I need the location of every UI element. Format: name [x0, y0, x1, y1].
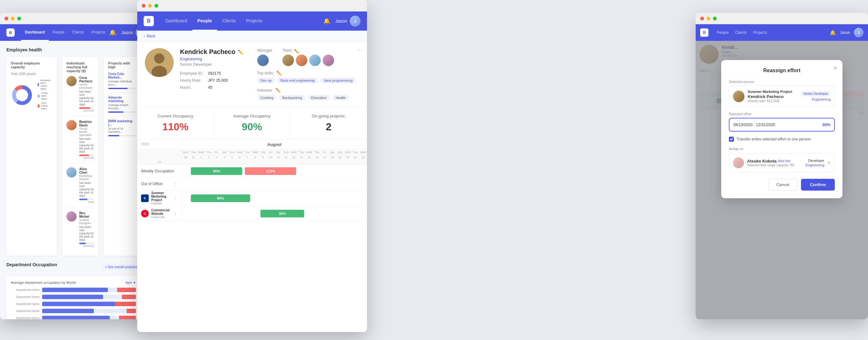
brand-logo[interactable]: B: [700, 28, 708, 37]
cal-day-dow: Tue: [298, 150, 305, 155]
project-client-text-2: Coca Cola: [151, 216, 171, 219]
legend-item-2: Under 80% effort: [38, 92, 52, 100]
edit-skills-icon[interactable]: ✏️: [276, 70, 282, 76]
bell-icon-win3[interactable]: 🔔: [830, 30, 836, 36]
dept-bar-label: Department Name: [11, 295, 39, 299]
proj-bar-fill: [108, 88, 128, 89]
dept-bar-blue: [42, 295, 103, 299]
checkmark-icon: [730, 138, 733, 141]
person-bar-date: Jain/2020: [79, 109, 94, 112]
nav-people[interactable]: People: [49, 24, 68, 41]
edit-team-icon[interactable]: ✏️: [294, 49, 299, 54]
selected-effort-label: Selected effort: [729, 112, 835, 116]
win3-content: Kendr... Engin... Senior De... 092175 JP…: [696, 41, 868, 319]
profile-title: Senior Developer: [180, 62, 251, 67]
nav-people-win3[interactable]: People: [714, 24, 732, 41]
donut-legend: Between 80% - 130% effort Under 80% effo…: [38, 79, 52, 112]
dept-chart-card: Average department occupation by Month A…: [6, 276, 141, 319]
remove-assign-icon[interactable]: ✕: [828, 161, 831, 165]
bell-icon[interactable]: 🔔: [109, 29, 116, 36]
profile-meta: Employee ID: 092175 Hourly Rate: JPY 25,…: [180, 71, 251, 90]
modal-close-icon[interactable]: ✕: [833, 65, 837, 71]
maximize-dot[interactable]: [713, 17, 717, 21]
proj-item: Adwords marketing Average project occupa…: [108, 96, 136, 116]
nav-clients[interactable]: Clients: [68, 24, 88, 41]
out-of-office-label: Out of Office ⋮: [137, 181, 182, 186]
month-select[interactable]: April ▼: [125, 281, 136, 284]
donut-chart-wrap: Between 80% - 130% effort Under 80% effo…: [11, 79, 52, 112]
brand-logo[interactable]: B: [6, 28, 15, 37]
cal-day-num: 14: [298, 155, 305, 160]
stats-row: Current Occupancy 110% Average Occupancy…: [137, 107, 367, 140]
close-dot[interactable]: [700, 17, 704, 21]
modal-person-avatar: [733, 91, 744, 102]
projects-title: Projects with high: [108, 61, 136, 69]
nav-dashboard[interactable]: Dashboard: [21, 24, 49, 41]
avg-occ-label: Average Occupancy: [220, 114, 284, 118]
weekly-occ-110-bar: 110%: [245, 167, 296, 175]
close-dot[interactable]: [142, 4, 146, 8]
nav-clients-win3[interactable]: Clients: [732, 24, 750, 41]
out-of-office-more-icon[interactable]: ⋮: [173, 181, 178, 186]
individuals-card: Individuals reaching full capacity (8) C…: [62, 57, 99, 256]
projects-list: Coca Cola Marketi... Average individual …: [108, 72, 136, 140]
dept-bars: Department Name Department Name: [11, 288, 136, 319]
minimize-dot[interactable]: [148, 4, 152, 8]
modal-person-badge: Senior Developer: [801, 91, 831, 96]
project-more-icon[interactable]: ⋮: [173, 196, 178, 201]
nav-projects[interactable]: Projects: [241, 11, 268, 31]
person-bar: [79, 198, 94, 200]
project-more-icon-2[interactable]: ⋮: [173, 211, 178, 216]
nav-clients[interactable]: Clients: [217, 11, 241, 31]
proj-bar: [108, 112, 136, 113]
maximize-dot[interactable]: [17, 17, 21, 21]
skills-tags: Dev op Back-end engineering Java program…: [257, 78, 359, 83]
brand-logo[interactable]: B: [144, 16, 154, 26]
edit-interests-icon[interactable]: ✏️: [275, 88, 281, 93]
proj-name: BMW marketing (...: [108, 119, 136, 126]
close-dot[interactable]: [4, 17, 8, 21]
skill-tag: Dev op: [257, 78, 275, 83]
project-row-cocacola: C Commercial Website Coca Cola ⋮ 30%: [137, 207, 367, 221]
project-name-text-2: Commercial Website: [151, 209, 171, 216]
edit-name-icon[interactable]: ✏️: [238, 50, 243, 55]
nav-people[interactable]: People: [192, 11, 217, 31]
manager-team-row: Manager Team ✏️: [257, 48, 359, 66]
person-name: Alice Chen: [79, 167, 94, 174]
manager-avatar: [257, 55, 269, 66]
team-header: Team ✏️: [282, 48, 334, 55]
person-bar-wrap: Jain/2020: [79, 107, 94, 112]
avatar: [66, 76, 76, 86]
more-options-icon[interactable]: ···: [357, 47, 362, 54]
nav-projects[interactable]: Projects: [88, 24, 109, 41]
cal-day-dow: Tue: [352, 150, 359, 155]
transfer-checkbox[interactable]: [729, 136, 734, 142]
cancel-button[interactable]: Cancel: [769, 179, 797, 191]
maximize-dot[interactable]: [154, 4, 158, 8]
dept-bar-blue: [42, 302, 117, 306]
reassign-modal: ✕ Reassign effort Selected person Summer…: [721, 60, 842, 198]
cal-empty: [137, 150, 182, 155]
cal-day-num: 11: [274, 155, 282, 160]
see-analytics-button[interactable]: < See overall analytics: [102, 264, 141, 270]
dept-bar-label: Department Name: [11, 309, 39, 313]
nav-projects-win3[interactable]: Projects: [750, 24, 770, 41]
cal-day-num: 8: [251, 155, 259, 160]
modal-person-info: Summer Marketing Project Kendrick Pachec…: [748, 90, 798, 103]
minimize-dot[interactable]: [707, 17, 710, 21]
checkbox-label: Transfer entire selected effort to one p…: [737, 137, 811, 142]
user-menu[interactable]: Jason J: [335, 16, 361, 27]
bell-icon[interactable]: 🔔: [323, 18, 330, 25]
calendar-section: 2020 August Mon Tue Wed Thu Fri Sat Sun …: [137, 140, 367, 221]
back-link[interactable]: Back: [147, 34, 155, 38]
cal-day-dow: Wed: [305, 150, 313, 155]
interest-tag: Backpacking: [279, 95, 305, 100]
person-role: Social Media Specialist: [79, 127, 94, 136]
user-avatar-win3: J: [854, 28, 864, 37]
confirm-button[interactable]: Confirm: [801, 179, 835, 191]
expedia-bar: 80%: [191, 194, 250, 202]
minimize-dot[interactable]: [11, 17, 15, 21]
project-client-text: Expedia: [151, 202, 171, 205]
nav-dashboard[interactable]: Dashboard: [160, 11, 192, 31]
individuals-title: Individuals reaching full capacity (8): [66, 61, 94, 73]
